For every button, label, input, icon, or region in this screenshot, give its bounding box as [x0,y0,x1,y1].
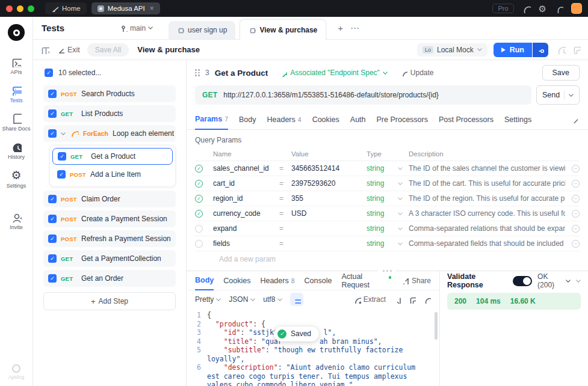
validate-response-toggle[interactable] [513,276,532,286]
step-checkbox[interactable] [58,152,66,161]
share-button[interactable]: Share [401,271,431,290]
sidebar-item-settings[interactable]: ⚙ Settings [0,165,32,194]
update-button[interactable]: Update [400,69,434,77]
param-type-select[interactable]: string [367,209,409,218]
duplicate-icon[interactable] [572,45,581,54]
format-select[interactable]: JSON [229,295,255,304]
run-button[interactable]: Run [494,43,532,57]
tab-console[interactable]: Console [305,271,332,290]
bell-icon[interactable] [554,4,563,13]
step-row-get-paymentcollection[interactable]: GET Get a PaymentCollection [43,250,176,267]
panel-resize-handle[interactable] [378,268,396,274]
window-tab-home[interactable]: Home [45,2,87,14]
tab-response-cookies[interactable]: Cookies [223,271,250,290]
step-checkbox[interactable] [57,170,66,179]
associated-endpoint-link[interactable]: Associated "Endpoint Spec" [279,69,388,77]
param-enabled-checkbox[interactable] [195,165,203,173]
tab-actual-request[interactable]: Actual Request [341,271,391,290]
param-type-select[interactable]: string [367,164,409,173]
param-enabled-checkbox[interactable] [195,195,203,203]
step-row-list-products[interactable]: GET List Products [43,105,176,122]
param-value[interactable]: USD [291,209,367,218]
remove-param-icon[interactable] [572,225,580,233]
step-row-get-an-order[interactable]: GET Get an Order [43,270,176,287]
param-name[interactable]: currency_code [213,209,279,218]
save-button[interactable]: Save [542,65,580,81]
gear-icon[interactable]: ⚙ [539,4,546,13]
response-body-code[interactable]: 1{ 2 "product": { 3 "id": "sstjkQJ\l", 4… [187,308,439,386]
param-type-select[interactable]: string [367,239,409,248]
step-checkbox[interactable] [48,109,57,118]
method-badge[interactable]: GET [202,91,217,99]
param-name[interactable]: fields [213,239,279,248]
remove-param-icon[interactable] [572,180,580,188]
close-tab-icon[interactable]: × [150,4,154,13]
scrollbar-thumb[interactable] [435,312,438,340]
param-type-select[interactable]: string [367,224,409,233]
step-checkbox[interactable] [48,215,57,223]
remove-param-icon[interactable] [572,240,580,248]
tab-body[interactable]: Body [239,109,256,129]
step-checkbox[interactable] [48,90,57,98]
tab-pre-processors[interactable]: Pre Processors [377,109,428,129]
add-param-input[interactable] [219,255,339,263]
run-settings-button[interactable] [533,43,548,57]
tab-response-body[interactable]: Body [195,271,214,290]
param-description[interactable]: The ID of the region. This is useful for… [409,194,565,203]
branch-selector[interactable]: main [120,24,153,32]
tab-view-and-purchase[interactable]: View & purchase [240,19,326,40]
sidebar-item-history[interactable]: History [0,136,32,165]
param-type-select[interactable]: string [367,179,409,188]
param-name[interactable]: region_id [213,194,279,203]
step-row-get-a-product[interactable]: GET Get a Product [52,148,173,165]
extract-button[interactable]: Extract [353,295,386,304]
panel-collapse-icon[interactable] [576,280,581,283]
sync-icon[interactable] [522,4,531,13]
param-enabled-checkbox[interactable] [195,210,203,218]
pro-badge[interactable]: Pro [492,4,513,13]
param-description[interactable]: The ID of the cart. This is useful for a… [409,179,565,188]
environment-select[interactable]: Lo Local Mock [417,43,487,57]
param-enabled-checkbox[interactable] [195,240,203,248]
pretty-select[interactable]: Pretty [195,295,221,304]
send-button[interactable]: Send [536,85,580,105]
step-row-search-products[interactable]: POST Search Products [43,85,176,102]
select-all-checkbox[interactable] [45,69,53,77]
param-description[interactable]: The ID of the sales channel the customer… [409,164,565,173]
param-value[interactable]: 23975293620 [291,179,367,188]
url-input[interactable] [223,91,524,99]
download-icon[interactable] [393,296,401,304]
remove-param-icon[interactable] [572,165,580,173]
sidebar-item-invite[interactable]: Invite [0,207,32,235]
step-checkbox[interactable] [48,129,57,138]
sidebar-item-tests[interactable]: Tests [0,80,32,108]
app-logo[interactable] [8,24,25,41]
param-description[interactable]: A 3 character ISO currency code. This is… [409,209,565,218]
close-window-button[interactable] [6,5,13,12]
param-value[interactable]: 345663512414 [291,164,367,173]
more-tabs-button[interactable]: ⋯ [350,23,359,32]
step-row-foreach-loop[interactable]: ForEach Loop each element in {{ [43,125,176,142]
window-tab-medusa-api[interactable]: Medusa API × [91,2,160,14]
param-enabled-checkbox[interactable] [195,180,203,188]
remove-param-icon[interactable] [572,195,580,203]
user-avatar[interactable] [571,3,582,14]
validate-status-select[interactable]: OK (200) [537,272,571,289]
sidebar-item-apis[interactable]: APIs [0,52,32,80]
step-checkbox[interactable] [48,274,57,283]
param-description[interactable]: Comma-separated fields that should be in… [409,239,565,248]
word-wrap-toggle[interactable] [290,293,303,306]
code-view-icon[interactable] [572,116,580,123]
tab-auth[interactable]: Auth [350,109,366,129]
drag-handle-icon[interactable] [195,69,200,76]
param-description[interactable]: Comma-separated relations that should be… [409,224,565,233]
encoding-select[interactable]: utf8 [263,295,282,304]
param-type-select[interactable]: string [367,194,409,203]
tab-response-headers[interactable]: Headers8 [260,271,294,290]
collapse-sidebar-icon[interactable] [40,45,49,54]
param-value[interactable]: 355 [291,194,367,203]
step-checkbox[interactable] [48,234,57,243]
tab-settings[interactable]: Settings [504,109,531,129]
sidebar-item-share-docs[interactable]: Share Docs [0,108,32,136]
tab-params[interactable]: Params7 [195,109,228,130]
